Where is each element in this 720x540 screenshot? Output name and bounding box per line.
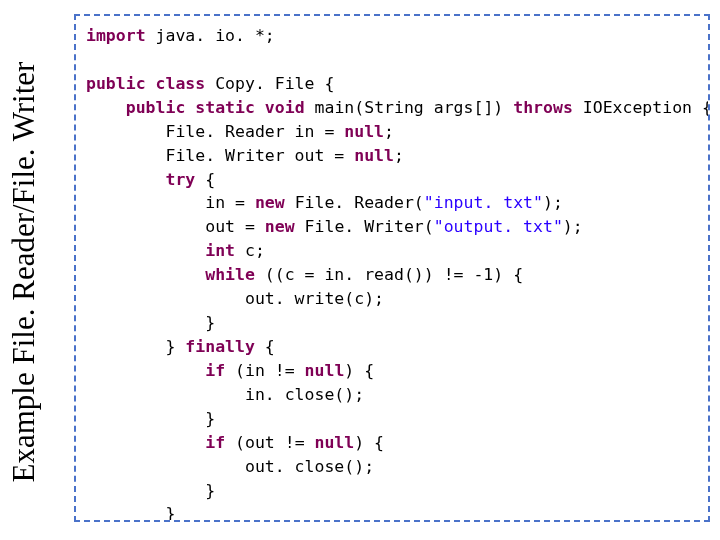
text: ) { (344, 361, 374, 380)
text: } (165, 504, 175, 522)
kw-import: import (86, 26, 146, 45)
kw-static: static (195, 98, 255, 117)
text: ) { (354, 433, 384, 452)
kw-if: if (205, 433, 225, 452)
text: File. Writer out = (165, 146, 354, 165)
text: c; (235, 241, 265, 260)
slide-title: Example File. Reader/File. Writer (6, 62, 42, 483)
text: (in != (225, 361, 304, 380)
text: File. Reader in = (165, 122, 344, 141)
text: File. Writer( (295, 217, 434, 236)
kw-new: new (265, 217, 295, 236)
kw-if: if (205, 361, 225, 380)
text: in = (205, 193, 255, 212)
text: } (165, 337, 185, 356)
string-literal: "output. txt" (434, 217, 563, 236)
kw-public: public (86, 74, 146, 93)
text: in. close(); (245, 385, 364, 404)
kw-null: null (315, 433, 355, 452)
text: ; (394, 146, 404, 165)
text: out = (205, 217, 265, 236)
kw-while: while (205, 265, 255, 284)
text: ); (563, 217, 583, 236)
kw-public: public (126, 98, 186, 117)
text: } (205, 313, 215, 332)
kw-void: void (265, 98, 305, 117)
kw-class: class (156, 74, 206, 93)
text: File. Reader( (285, 193, 424, 212)
kw-throws: throws (513, 98, 573, 117)
text: out. close(); (245, 457, 374, 476)
text: } (205, 481, 215, 500)
text: Copy. File { (205, 74, 334, 93)
kw-try: try (165, 170, 195, 189)
text: ); (543, 193, 563, 212)
kw-new: new (255, 193, 285, 212)
kw-null: null (344, 122, 384, 141)
text: { (255, 337, 275, 356)
text: { (195, 170, 215, 189)
text: main(String args[]) (305, 98, 514, 117)
text: java. io. *; (146, 26, 275, 45)
code-block: import java. io. *; public class Copy. F… (74, 14, 710, 522)
text: ; (384, 122, 394, 141)
string-literal: "input. txt" (424, 193, 543, 212)
text: (out != (225, 433, 314, 452)
kw-finally: finally (185, 337, 255, 356)
kw-null: null (354, 146, 394, 165)
kw-null: null (305, 361, 345, 380)
text: ((c = in. read()) != -1) { (255, 265, 523, 284)
text: } (205, 409, 215, 428)
kw-int: int (205, 241, 235, 260)
text: out. write(c); (245, 289, 384, 308)
text: IOException { (573, 98, 710, 117)
slide-container: Example File. Reader/File. Writer import… (6, 12, 712, 532)
